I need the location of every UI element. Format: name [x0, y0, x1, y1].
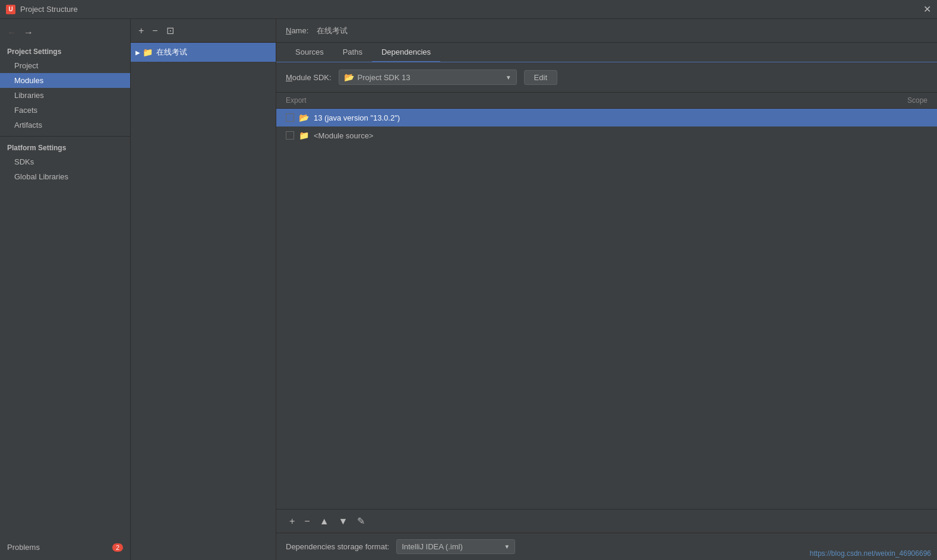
sidebar-item-artifacts[interactable]: Artifacts: [0, 118, 130, 132]
tabs-row: Sources Paths Dependencies: [276, 43, 937, 62]
sidebar-item-global-libraries[interactable]: Global Libraries: [0, 169, 130, 184]
storage-dropdown-text: IntelliJ IDEA (.iml): [402, 542, 500, 551]
window-title: Project Structure: [20, 5, 78, 14]
sidebar-item-project[interactable]: Project: [0, 58, 130, 73]
bottom-toolbar: + − ▲ ▼ ✎: [276, 509, 937, 533]
tab-sources-label: Sources: [295, 48, 324, 56]
module-row[interactable]: ▶ 📁 在线考试: [131, 43, 276, 62]
name-row: Name:: [276, 19, 937, 43]
problems-row[interactable]: Problems 2: [0, 539, 130, 555]
storage-label: Dependencies storage format:: [286, 542, 389, 551]
deps-scope-header: Scope: [880, 96, 927, 105]
tab-sources[interactable]: Sources: [286, 43, 333, 62]
problems-label: Problems: [7, 543, 40, 552]
sdk-folder-icon: 📂: [344, 72, 354, 82]
deps-header-row: Export Scope: [276, 93, 937, 109]
remove-dep-button[interactable]: −: [301, 514, 313, 528]
sidebar-item-project-label: Project: [14, 61, 38, 70]
status-bar: https://blog.csdn.net/weixin_46906696: [804, 547, 937, 560]
nav-back-forward: ← →: [0, 24, 130, 44]
sidebar-item-modules[interactable]: Modules: [0, 73, 130, 88]
dep-name-module-source: <Module source>: [314, 131, 875, 140]
sidebar-item-libraries-label: Libraries: [14, 91, 44, 100]
sdk-dropdown[interactable]: 📂 Project SDK 13 ▼: [339, 69, 517, 85]
title-bar: U Project Structure ✕: [0, 0, 937, 19]
sidebar: ← → Project Settings Project Modules Lib…: [0, 19, 131, 560]
sdk-dropdown-arrow-icon: ▼: [506, 74, 512, 81]
dep-checkbox-jdk13[interactable]: [286, 113, 294, 122]
edit-dep-button[interactable]: ✎: [354, 514, 368, 528]
sidebar-item-facets[interactable]: Facets: [0, 103, 130, 118]
name-label: Name:: [286, 26, 308, 35]
dep-name-jdk13: 13 (java version "13.0.2"): [314, 113, 875, 122]
storage-dropdown-arrow-icon: ▼: [504, 543, 510, 550]
forward-button[interactable]: →: [21, 26, 36, 39]
remove-module-button[interactable]: −: [149, 24, 160, 37]
middle-toolbar: + − ⊡: [131, 19, 276, 43]
main-container: ← → Project Settings Project Modules Lib…: [0, 19, 937, 560]
add-module-button[interactable]: +: [135, 24, 147, 37]
sidebar-item-sdks[interactable]: SDKs: [0, 154, 130, 169]
middle-panel: + − ⊡ ▶ 📁 在线考试: [131, 19, 276, 560]
deps-export-header: Export: [286, 96, 880, 105]
sidebar-item-facets-label: Facets: [14, 106, 37, 115]
edit-sdk-button[interactable]: Edit: [524, 70, 557, 85]
sdk-dropdown-text: Project SDK 13: [358, 73, 502, 82]
sidebar-divider: [0, 136, 130, 137]
dep-folder-icon-module-source: 📁: [299, 131, 309, 140]
app-icon: U: [6, 5, 15, 14]
dep-row-jdk13[interactable]: 📂 13 (java version "13.0.2"): [276, 109, 937, 126]
close-button[interactable]: ✕: [923, 4, 931, 15]
sidebar-item-modules-label: Modules: [14, 76, 43, 85]
dep-checkbox-module-source[interactable]: [286, 131, 294, 140]
status-url: https://blog.csdn.net/weixin_46906696: [810, 549, 931, 558]
problems-badge: 2: [112, 543, 123, 552]
sdk-row: Module SDK: 📂 Project SDK 13 ▼ Edit: [276, 62, 937, 93]
tab-paths-label: Paths: [343, 48, 362, 56]
expand-arrow-icon: ▶: [135, 49, 140, 56]
module-folder-icon: 📁: [143, 48, 153, 57]
copy-module-button[interactable]: ⊡: [163, 24, 177, 37]
tab-dependencies-label: Dependencies: [381, 48, 431, 56]
move-up-dep-button[interactable]: ▲: [316, 514, 333, 528]
platform-settings-header: Platform Settings: [0, 140, 130, 154]
project-settings-header: Project Settings: [0, 44, 130, 58]
back-button[interactable]: ←: [5, 26, 19, 39]
move-down-dep-button[interactable]: ▼: [335, 514, 352, 528]
sidebar-item-artifacts-label: Artifacts: [14, 121, 42, 129]
dependencies-table: Export Scope 📂 13 (java version "13.0.2"…: [276, 93, 937, 509]
right-panel: Name: Sources Paths Dependencies Module …: [276, 19, 937, 560]
dep-row-module-source[interactable]: 📁 <Module source>: [276, 126, 937, 144]
name-input[interactable]: [314, 25, 419, 36]
sdk-label: Module SDK:: [286, 73, 332, 82]
storage-dropdown[interactable]: IntelliJ IDEA (.iml) ▼: [396, 539, 515, 554]
sidebar-item-libraries[interactable]: Libraries: [0, 88, 130, 103]
tab-paths[interactable]: Paths: [333, 43, 372, 62]
add-dep-button[interactable]: +: [286, 514, 298, 528]
module-name-label: 在线考试: [156, 47, 187, 58]
sidebar-item-global-libraries-label: Global Libraries: [14, 172, 68, 181]
tab-dependencies[interactable]: Dependencies: [372, 43, 440, 62]
sidebar-item-sdks-label: SDKs: [14, 157, 34, 166]
dep-folder-icon-jdk13: 📂: [299, 113, 309, 122]
